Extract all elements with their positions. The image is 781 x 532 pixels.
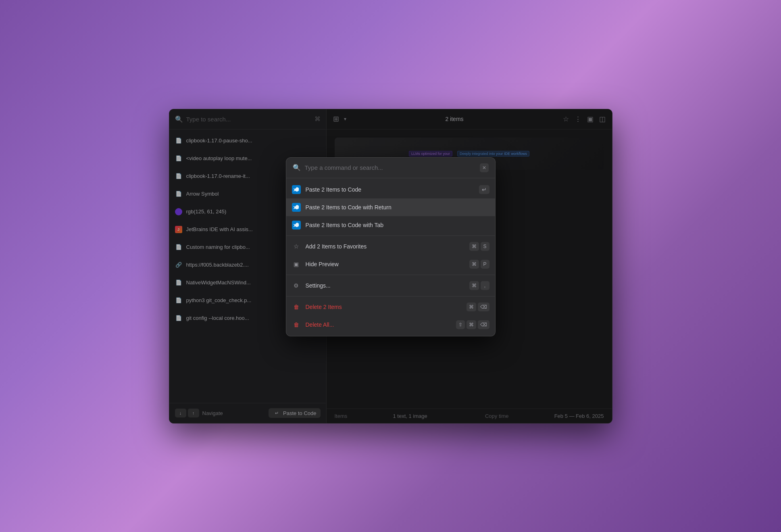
star-icon: ☆ xyxy=(292,242,301,251)
vscode-icon xyxy=(292,185,301,194)
paste-code-shortcut: ↵ xyxy=(479,185,489,194)
palette-item-delete-all[interactable]: 🗑 Delete All... ⇧ ⌘ ⌫ xyxy=(286,316,495,334)
divider xyxy=(286,296,495,296)
shift-key: ⇧ xyxy=(456,320,465,329)
palette-search-bar: 🔍 Type a command or search... ✕ xyxy=(286,158,495,178)
return-key: ↵ xyxy=(479,185,489,194)
trash-icon: 🗑 xyxy=(292,303,301,311)
palette-search-icon: 🔍 xyxy=(293,164,301,171)
palette-item-label: Paste 2 Items to Code with Return xyxy=(306,204,485,211)
delete-all-shortcut: ⇧ ⌘ ⌫ xyxy=(456,320,489,329)
palette-search-input[interactable]: Type a command or search... xyxy=(305,164,476,171)
cmd-key: ⌘ xyxy=(469,281,479,290)
command-palette-overlay[interactable]: 🔍 Type a command or search... ✕ Paste 2 … xyxy=(169,109,612,424)
hide-preview-shortcut: ⌘ P xyxy=(469,260,489,269)
palette-item-delete-items[interactable]: 🗑 Delete 2 Items ⌘ ⌫ xyxy=(286,298,495,316)
palette-item-delete-label: Delete 2 Items xyxy=(306,304,462,310)
cmd-key: ⌘ xyxy=(469,242,479,251)
delete-items-shortcut: ⌘ ⌫ xyxy=(467,303,489,311)
palette-item-delete-all-label: Delete All... xyxy=(306,321,451,328)
palette-item-settings[interactable]: ⚙ Settings... ⌘ , xyxy=(286,277,495,294)
cmd-key: ⌘ xyxy=(467,303,476,311)
palette-item-label: Settings... xyxy=(306,282,464,289)
palette-item-paste-code-return[interactable]: Paste 2 Items to Code with Return xyxy=(286,198,495,216)
backspace-key: ⌫ xyxy=(478,320,489,329)
settings-shortcut: ⌘ , xyxy=(469,281,489,290)
palette-item-label: Paste 2 Items to Code xyxy=(306,186,474,193)
command-palette: 🔍 Type a command or search... ✕ Paste 2 … xyxy=(286,157,496,336)
comma-key: , xyxy=(481,281,489,290)
vscode-icon xyxy=(292,221,301,229)
backspace-key: ⌫ xyxy=(478,303,489,311)
divider xyxy=(286,275,495,275)
trash-icon: 🗑 xyxy=(292,320,301,329)
palette-items: Paste 2 Items to Code ↵ Paste 2 Items to… xyxy=(286,178,495,336)
divider xyxy=(286,236,495,236)
palette-close-button[interactable]: ✕ xyxy=(480,163,489,172)
panel-icon: ▣ xyxy=(292,260,301,269)
p-key: P xyxy=(481,260,489,269)
palette-item-label: Hide Preview xyxy=(306,261,464,267)
cmd-key: ⌘ xyxy=(467,320,476,329)
gear-icon: ⚙ xyxy=(292,281,301,290)
palette-item-label: Paste 2 Items to Code with Tab xyxy=(306,222,485,228)
palette-item-hide-preview[interactable]: ▣ Hide Preview ⌘ P xyxy=(286,255,495,273)
palette-item-label: Add 2 Items to Favorites xyxy=(306,243,464,250)
app-window: 🔍 Type to search... ⌘ 📄 clipbook-1.17.0-… xyxy=(169,109,612,424)
palette-item-paste-code-tab[interactable]: Paste 2 Items to Code with Tab xyxy=(286,216,495,234)
cmd-key: ⌘ xyxy=(469,260,479,269)
add-favorites-shortcut: ⌘ S xyxy=(469,242,489,251)
vscode-icon xyxy=(292,203,301,212)
palette-item-paste-code[interactable]: Paste 2 Items to Code ↵ xyxy=(286,181,495,198)
s-key: S xyxy=(481,242,489,251)
palette-item-add-favorites[interactable]: ☆ Add 2 Items to Favorites ⌘ S xyxy=(286,238,495,255)
